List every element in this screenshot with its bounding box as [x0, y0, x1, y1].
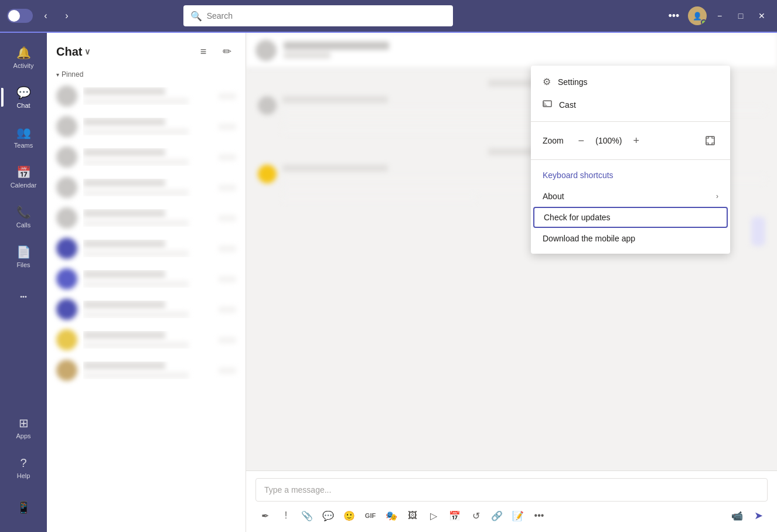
back-button[interactable]: ‹ — [38, 8, 54, 24]
cast-menu-item[interactable]: Cast — [531, 93, 730, 117]
chat-item[interactable] — [47, 81, 246, 111]
main-content: Type a message... ✒ ! 📎 💬 🙂 GIF 🎭 🖼 ▷ 📅 … — [246, 33, 777, 532]
chat-name — [83, 331, 165, 339]
chat-preview — [83, 250, 189, 257]
link-button[interactable]: 🔗 — [488, 506, 506, 525]
compose-button[interactable]: ✏ — [217, 42, 236, 61]
chat-item[interactable] — [47, 111, 246, 142]
chat-item[interactable] — [47, 172, 246, 203]
pinned-section: ▾ Pinned — [47, 66, 246, 81]
meet-button[interactable]: 💬 — [319, 506, 338, 525]
sidebar-item-label-teams: Teams — [14, 142, 33, 149]
close-button[interactable]: ✕ — [754, 8, 770, 24]
msg-text — [282, 127, 572, 134]
sidebar-item-label-calendar: Calendar — [11, 182, 37, 189]
sidebar-item-chat[interactable]: 💬 Chat — [4, 77, 43, 117]
chat-info — [83, 148, 213, 166]
chat-info — [83, 179, 213, 196]
cast-label: Cast — [559, 100, 718, 110]
maximize-button[interactable]: □ — [732, 8, 749, 24]
chat-time — [219, 306, 236, 313]
sidebar-item-files[interactable]: 📄 Files — [4, 237, 43, 277]
sidebar-item-activity[interactable]: 🔔 Activity — [4, 37, 43, 77]
gif-button[interactable]: GIF — [361, 506, 380, 525]
msg-sender-avatar — [258, 96, 277, 115]
sidebar-item-teams[interactable]: 👥 Teams — [4, 117, 43, 157]
image-button[interactable]: 🖼 — [403, 506, 422, 525]
chat-header-bar — [246, 33, 777, 68]
settings-menu-item[interactable]: ⚙ Settings — [531, 70, 730, 93]
chat-name — [83, 240, 165, 248]
date-divider — [488, 148, 535, 155]
activity-icon: 🔔 — [16, 46, 31, 60]
video-call-button[interactable]: 📹 — [728, 506, 747, 525]
chat-avatar — [56, 299, 77, 320]
chat-list-title: Chat ∨ — [56, 45, 90, 59]
important-button[interactable]: ! — [277, 506, 295, 525]
chat-preview — [83, 342, 189, 349]
chat-item[interactable] — [47, 355, 246, 386]
chat-item[interactable] — [47, 142, 246, 172]
send-video-button[interactable]: ▷ — [424, 506, 443, 525]
menu-divider — [531, 159, 730, 160]
about-label: About — [543, 192, 709, 201]
chat-item[interactable] — [47, 294, 246, 325]
zoom-value: (100%) — [594, 136, 623, 145]
zoom-in-button[interactable]: + — [628, 132, 645, 149]
chat-item[interactable] — [47, 264, 246, 294]
more-options-button[interactable]: ••• — [664, 6, 683, 25]
sent-message-content — [751, 217, 765, 246]
chat-item[interactable] — [47, 325, 246, 355]
chat-list-header: Chat ∨ ≡ ✏ — [47, 33, 246, 66]
sidebar-item-apps[interactable]: ⊞ Apps — [4, 408, 43, 448]
chat-avatar — [56, 329, 77, 350]
profile-avatar[interactable]: 👤 — [688, 6, 707, 25]
chat-name — [83, 209, 165, 217]
check-for-updates-menu-item[interactable]: Check for updates — [533, 207, 728, 228]
sidebar-item-calendar[interactable]: 📅 Calendar — [4, 157, 43, 197]
sidebar-item-mobile[interactable]: 📱 — [4, 487, 43, 527]
loop-button[interactable]: ↺ — [466, 506, 485, 525]
zoom-row: Zoom − (100%) + — [531, 127, 730, 155]
chat-item[interactable] — [47, 233, 246, 264]
chat-avatar — [56, 146, 77, 168]
sticker-button[interactable]: 🎭 — [382, 506, 401, 525]
chat-time — [219, 276, 236, 282]
cast-icon — [543, 99, 552, 111]
format-button[interactable]: ✒ — [255, 506, 274, 525]
zoom-out-button[interactable]: − — [573, 132, 589, 149]
praise-button[interactable]: 📝 — [509, 506, 527, 525]
download-mobile-menu-item[interactable]: Download the mobile app — [531, 228, 730, 249]
filter-button[interactable]: ≡ — [194, 42, 213, 61]
contact-name — [284, 42, 389, 50]
chat-name — [83, 148, 165, 156]
chat-preview — [83, 159, 189, 166]
chat-info — [83, 301, 213, 318]
main-layout: 🔔 Activity 💬 Chat 👥 Teams 📅 Calendar 📞 C… — [0, 33, 777, 532]
zoom-fullscreen-button[interactable] — [702, 132, 718, 149]
schedule-button[interactable]: 📅 — [445, 506, 464, 525]
attach-button[interactable]: 📎 — [298, 506, 316, 525]
emoji-button[interactable]: 🙂 — [340, 506, 359, 525]
send-button[interactable]: ➤ — [749, 506, 768, 525]
chat-info — [83, 87, 213, 105]
zoom-label: Zoom — [543, 136, 564, 145]
search-bar: 🔍 — [183, 5, 453, 26]
check-for-updates-label: Check for updates — [544, 213, 717, 222]
keyboard-shortcuts-menu-item[interactable]: Keyboard shortcuts — [531, 165, 730, 186]
sidebar-item-more[interactable]: ••• — [4, 277, 43, 316]
sidebar-item-label-help: Help — [17, 472, 30, 479]
search-input[interactable] — [207, 11, 446, 21]
more-tools-button[interactable]: ••• — [530, 506, 548, 525]
keyboard-shortcuts-label: Keyboard shortcuts — [543, 170, 718, 180]
sidebar-item-calls[interactable]: 📞 Calls — [4, 197, 43, 237]
sidebar-item-help[interactable]: ? Help — [4, 448, 43, 487]
toggle-button[interactable] — [7, 9, 33, 23]
about-menu-item[interactable]: About › — [531, 186, 730, 207]
forward-button[interactable]: › — [59, 8, 75, 24]
title-bar-right: ••• 👤 − □ ✕ — [664, 6, 770, 25]
minimize-button[interactable]: − — [711, 8, 728, 24]
chat-item[interactable] — [47, 203, 246, 233]
help-icon: ? — [20, 456, 26, 470]
message-input-box[interactable]: Type a message... — [255, 478, 768, 502]
